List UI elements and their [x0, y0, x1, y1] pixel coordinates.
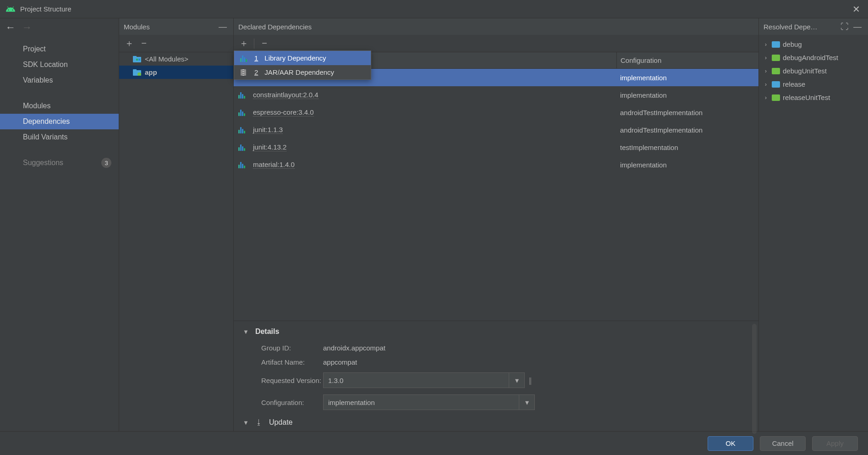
add-dependency-popup: 1 Library Dependency 2 JAR/AAR Dependenc… [234, 50, 371, 80]
drag-handle-icon[interactable]: ‖ [528, 376, 534, 385]
tree-debug-android-test[interactable]: › debugAndroidTest [759, 51, 868, 64]
folder-icon [772, 41, 780, 48]
value-group-id: androidx.appcompat [323, 344, 385, 352]
configuration-dropdown-button[interactable]: ▾ [519, 394, 535, 410]
dependencies-panel: Declared Dependencies ＋ − [234, 18, 759, 431]
resolved-deps-panel: Resolved Depe… ⛶ — › debug › debugAndroi… [759, 18, 868, 431]
dep-row-junit-androidtest[interactable]: junit:1.1.3 androidTestImplementation [234, 121, 758, 139]
configuration-combo[interactable] [323, 394, 519, 410]
chevron-right-icon[interactable]: › [763, 41, 769, 48]
left-nav: ← → Project SDK Location Variables Modul… [0, 18, 119, 431]
version-dropdown-button[interactable]: ▾ [509, 372, 525, 388]
label-artifact: Artifact Name: [243, 358, 323, 366]
modules-header: Modules — [119, 18, 233, 35]
back-arrow-icon[interactable]: ← [5, 22, 16, 33]
apply-button: Apply [812, 436, 858, 451]
minimize-icon[interactable]: — [852, 22, 863, 32]
titlebar: Project Structure ✕ [0, 0, 868, 18]
svg-rect-2 [136, 59, 138, 61]
bottom-bar: OK Cancel Apply [0, 431, 868, 455]
ok-button[interactable]: OK [708, 436, 753, 451]
nav-project[interactable]: Project [0, 41, 119, 57]
module-all[interactable]: <All Modules> [119, 52, 233, 66]
library-icon [238, 161, 248, 168]
svg-rect-11 [242, 74, 244, 75]
dep-row-junit-test[interactable]: junit:4.13.2 testImplementation [234, 139, 758, 156]
svg-rect-5 [133, 69, 137, 71]
update-header[interactable]: ▼ ⭳ Update [243, 418, 749, 427]
modules-toolbar: ＋ − [119, 35, 233, 52]
svg-rect-3 [138, 59, 140, 61]
suggestions-badge: 3 [101, 158, 111, 168]
nav-modules[interactable]: Modules [0, 98, 119, 114]
nav-sdk-location[interactable]: SDK Location [0, 57, 119, 72]
details-header[interactable]: ▼ Details [243, 327, 749, 336]
nav-suggestions[interactable]: Suggestions 3 [0, 155, 119, 171]
library-icon [238, 126, 248, 133]
deps-toolbar: ＋ − [234, 35, 758, 52]
modules-folder-icon [133, 56, 141, 62]
dep-row-material[interactable]: material:1.4.0 implementation [234, 156, 758, 173]
label-group-id: Group ID: [243, 344, 323, 352]
chevron-down-icon[interactable]: ▼ [243, 419, 249, 426]
tree-debug-unit-test[interactable]: › debugUnitTest [759, 64, 868, 78]
add-dependency-button[interactable]: ＋ [236, 37, 251, 50]
nav-variables[interactable]: Variables [0, 72, 119, 88]
chevron-right-icon[interactable]: › [763, 94, 769, 101]
popup-library-dependency[interactable]: 1 Library Dependency [234, 51, 371, 65]
chevron-down-icon[interactable]: ▼ [243, 328, 249, 335]
resolved-tree: › debug › debugAndroidTest › debugUnitTe… [759, 35, 868, 104]
download-icon: ⭳ [255, 418, 263, 427]
module-app[interactable]: app [119, 66, 233, 79]
details-pane: ▼ Details Group ID: androidx.appcompat A… [234, 321, 758, 431]
value-artifact: appcompat [323, 358, 357, 366]
settings-icon[interactable]: ⛶ [839, 22, 851, 32]
tree-release-unit-test[interactable]: › releaseUnitTest [759, 91, 868, 104]
forward-arrow-icon: → [22, 22, 32, 33]
label-configuration: Configuration: [243, 399, 323, 406]
nav-build-variants[interactable]: Build Variants [0, 129, 119, 145]
window-title: Project Structure [20, 5, 71, 13]
resolved-deps-header: Resolved Depe… ⛶ — [759, 18, 868, 35]
remove-dependency-button[interactable]: − [257, 37, 272, 50]
chevron-right-icon[interactable]: › [763, 55, 769, 61]
declared-deps-header: Declared Dependencies [234, 18, 758, 35]
column-configuration[interactable]: Configuration [616, 52, 758, 68]
app-folder-icon [133, 69, 141, 76]
library-icon [238, 144, 248, 151]
library-icon [238, 109, 248, 116]
nav-history: ← → [0, 18, 119, 37]
tree-release[interactable]: › release [759, 78, 868, 91]
library-icon [238, 91, 248, 99]
android-logo-icon [5, 4, 16, 14]
folder-icon [772, 68, 780, 74]
library-icon [239, 55, 248, 62]
chevron-right-icon[interactable]: › [763, 68, 769, 74]
label-version: Requested Version: [243, 377, 323, 384]
nav-dependencies[interactable]: Dependencies [0, 114, 119, 129]
svg-rect-9 [242, 70, 244, 71]
close-icon[interactable]: ✕ [850, 4, 863, 15]
svg-rect-10 [242, 72, 244, 73]
folder-icon [772, 94, 780, 101]
svg-rect-1 [133, 56, 137, 58]
cancel-button[interactable]: Cancel [760, 436, 806, 451]
minimize-icon[interactable]: — [217, 22, 229, 32]
tree-debug[interactable]: › debug [759, 38, 868, 51]
add-module-button[interactable]: ＋ [122, 37, 137, 50]
requested-version-input[interactable] [323, 372, 509, 388]
chevron-right-icon[interactable]: › [763, 81, 769, 88]
dep-row-constraintlayout[interactable]: constraintlayout:2.0.4 implementation [234, 86, 758, 104]
dep-row-espresso[interactable]: espresso-core:3.4.0 androidTestImplement… [234, 104, 758, 121]
archive-icon [239, 69, 248, 76]
remove-module-button[interactable]: − [137, 37, 151, 50]
scrollbar[interactable] [752, 324, 757, 434]
folder-icon [772, 81, 780, 88]
popup-jar-aar-dependency[interactable]: 2 JAR/AAR Dependency [234, 65, 371, 79]
folder-icon [772, 55, 780, 61]
modules-panel: Modules — ＋ − <All Modules> app [119, 18, 234, 431]
